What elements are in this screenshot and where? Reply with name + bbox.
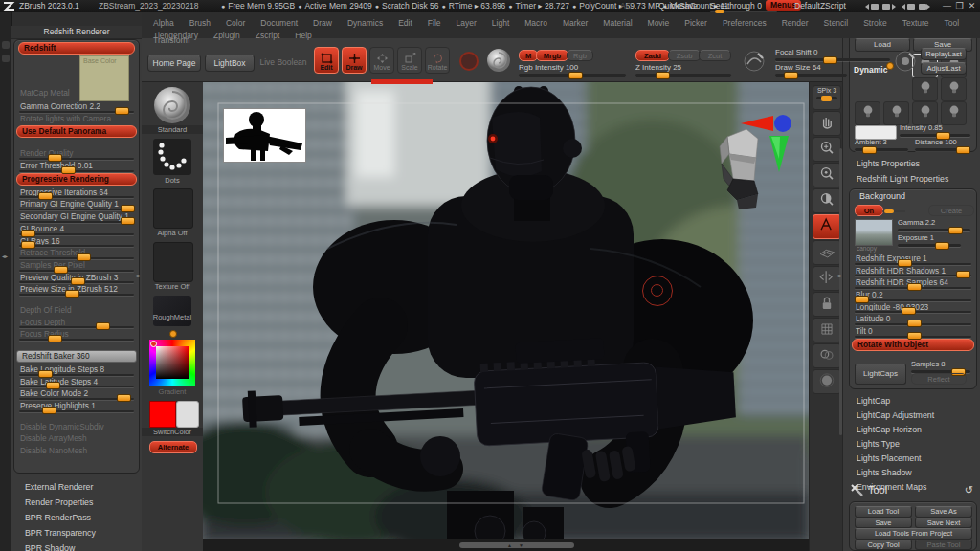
redshift-baker-360-button[interactable]: Redshift Baker 360	[16, 350, 137, 363]
z-axis-sphere[interactable]	[774, 115, 791, 132]
rgb-intensity-slider[interactable]: Rgb Intensity 100	[519, 63, 626, 77]
preview-quality-in-zbrush-slider[interactable]: Preview Quality in ZBrush 3	[18, 272, 135, 284]
see-through-handle[interactable]	[715, 10, 724, 13]
main-color-swatch[interactable]	[149, 401, 176, 428]
background-on-chip[interactable]: On	[855, 205, 883, 216]
lightbox-button[interactable]: LightBox	[205, 55, 255, 72]
light-slot-2-3[interactable]	[912, 77, 938, 101]
menu-zplugin[interactable]: Zplugin	[206, 30, 248, 42]
longitude-slider[interactable]: Longitude -80.93023	[854, 301, 972, 314]
z-intensity-slider[interactable]: Z Intensity 25	[635, 63, 731, 77]
scroll-strip-button[interactable]: Scroll	[813, 111, 841, 136]
m-mode-chip[interactable]: M	[519, 50, 538, 61]
menu-texture[interactable]: Texture	[895, 17, 937, 30]
edit-button[interactable]: Edit	[314, 47, 339, 74]
use-default-panorama-button[interactable]: Use Default Panorama	[16, 125, 137, 138]
save-as-button[interactable]: Save As	[915, 506, 972, 518]
light-ambient-slider[interactable]: Ambient 3	[855, 138, 908, 151]
redshift-panel-title[interactable]: Redshift Renderer	[11, 26, 142, 39]
menu-stencil[interactable]: Stencil	[816, 17, 857, 30]
redshift-hdr-shadows-slider[interactable]: Redshift HDR Shadows 1	[854, 265, 972, 277]
menu-render[interactable]: Render	[774, 17, 816, 30]
menu-help[interactable]: Help	[287, 30, 319, 42]
spix-strip-button[interactable]: SPix 3	[813, 85, 841, 110]
focal-shift-slider[interactable]: Focal Shift 0	[775, 48, 890, 61]
x-axis-cone[interactable]	[741, 116, 773, 131]
base-color-swatch[interactable]: Base Color	[79, 55, 129, 101]
quicksave-button[interactable]: QuickSave	[658, 0, 698, 12]
menu-material[interactable]: Material	[595, 17, 639, 30]
secondary-color-swatch[interactable]	[176, 401, 199, 428]
tray-divider-handle[interactable]: ◂▸	[135, 273, 141, 278]
brush-ring-icon[interactable]	[457, 50, 480, 73]
horizontal-scrollbar[interactable]: ▲ ▼	[459, 542, 574, 548]
menu-macro[interactable]: Macro	[517, 17, 555, 30]
background-image-thumb[interactable]	[855, 219, 893, 246]
blur-slider[interactable]: Blur 0.2	[854, 289, 972, 301]
progressive-iterations-slider[interactable]: Progressive Iterations 64	[18, 187, 135, 199]
rotate-with-object-button[interactable]: Rotate With Object	[852, 339, 974, 351]
copy-tool-button[interactable]: Copy Tool	[855, 540, 912, 551]
background-title[interactable]: Background	[859, 191, 905, 201]
edge-icon[interactable]	[2, 55, 10, 62]
color-sv-square[interactable]	[156, 346, 189, 379]
redshift-button[interactable]: Redshift	[18, 42, 135, 55]
actual-strip-button[interactable]: Actual	[813, 163, 841, 187]
preview-size-in-zbrush-handle[interactable]	[65, 290, 79, 298]
secondary-gi-engine-quality-slider[interactable]: Secondary GI Engine Quality 1	[18, 210, 135, 223]
section-lights-type[interactable]: Lights Type	[843, 436, 980, 452]
menu-dynamics[interactable]: Dynamics	[340, 17, 390, 30]
replay-last-button[interactable]: ReplayLast	[921, 48, 967, 60]
menu-edit[interactable]: Edit	[390, 17, 420, 30]
mrgb-mode-chip[interactable]: Mrgb	[536, 50, 568, 61]
tilt-handle[interactable]	[907, 332, 922, 340]
save-next-button[interactable]: Save Next	[915, 518, 972, 529]
tool-reset-icon[interactable]: ↺	[965, 480, 973, 499]
restore-button[interactable]: ❒	[953, 0, 966, 12]
light-slot-3-1[interactable]	[855, 101, 880, 125]
aahalf-strip-button[interactable]: AAHalf	[813, 188, 841, 213]
bake-longitude-steps-slider[interactable]: Bake Longitude Steps 8	[18, 364, 135, 376]
error-threshold-handle[interactable]	[61, 166, 76, 174]
section-bpr-shadow[interactable]: BPR Shadow	[11, 540, 142, 551]
zoom-strip-button[interactable]: Zoom	[813, 137, 841, 162]
material-sphere-icon[interactable]	[486, 48, 511, 73]
menu-layer[interactable]: Layer	[449, 17, 484, 30]
zadd-chip[interactable]: Zadd	[635, 50, 670, 61]
scroll-up-arrow[interactable]: ▲	[507, 542, 512, 548]
alternate-button[interactable]: Alternate	[149, 441, 197, 453]
progressive-rendering-button[interactable]: Progressive Rendering	[16, 173, 137, 186]
section-lights-properties[interactable]: Lights Properties	[843, 156, 980, 171]
background-gamma-slider[interactable]: Gamma 2.2	[898, 218, 970, 231]
panel-divider-handle[interactable]: ◂▸	[2, 253, 8, 259]
section-lights-shadow[interactable]: Lights Shadow	[843, 465, 980, 480]
close-button[interactable]: ✕	[966, 0, 978, 12]
menu-light[interactable]: Light	[484, 17, 517, 30]
see-through-track[interactable]	[710, 11, 777, 12]
dynamic-label[interactable]: Dynamic	[854, 65, 887, 75]
preserve-highlights-slider[interactable]: Preserve Highlights 1	[18, 400, 135, 412]
preview-size-in-zbrush-slider[interactable]: Preview Size in ZBrush 512	[18, 283, 135, 296]
color-picker[interactable]	[149, 340, 195, 386]
section-lightcap-horizon[interactable]: LightCap Horizon	[843, 422, 980, 437]
adjust-last-button[interactable]: AdjustLast	[921, 62, 967, 75]
draw-button[interactable]: Draw	[342, 47, 367, 74]
preserve-highlights-handle[interactable]	[42, 407, 56, 414]
menu-picker[interactable]: Picker	[677, 17, 715, 30]
bake-color-mode-slider[interactable]: Bake Color Mode 2	[18, 387, 135, 400]
current-brush-icon[interactable]	[153, 86, 191, 124]
redshift-hdr-samples-slider[interactable]: Redshift HDR Samples 64	[854, 276, 972, 289]
menu-marker[interactable]: Marker	[555, 17, 595, 30]
default-zscript-button[interactable]: DefaultZScript	[794, 0, 846, 12]
menu-tiengendary[interactable]: Tiengendary	[145, 30, 206, 42]
light-intensity-slider[interactable]: Intensity 0.85	[900, 123, 970, 137]
latitude-slider[interactable]: Latitude 0	[854, 313, 972, 325]
persp-strip-button[interactable]: Persp	[813, 214, 841, 239]
menu-stroke[interactable]: Stroke	[856, 17, 895, 30]
tilt-slider[interactable]: Tilt 0	[854, 325, 972, 338]
gi-rays-slider[interactable]: GI Rays 16	[18, 235, 135, 248]
current-material-thumb[interactable]	[153, 296, 191, 326]
error-threshold-slider[interactable]: Error Threshold 0.01	[18, 160, 135, 172]
focus-radius-handle[interactable]	[48, 335, 62, 342]
section-lightcap-adjustment[interactable]: LightCap Adjustment	[843, 408, 980, 423]
